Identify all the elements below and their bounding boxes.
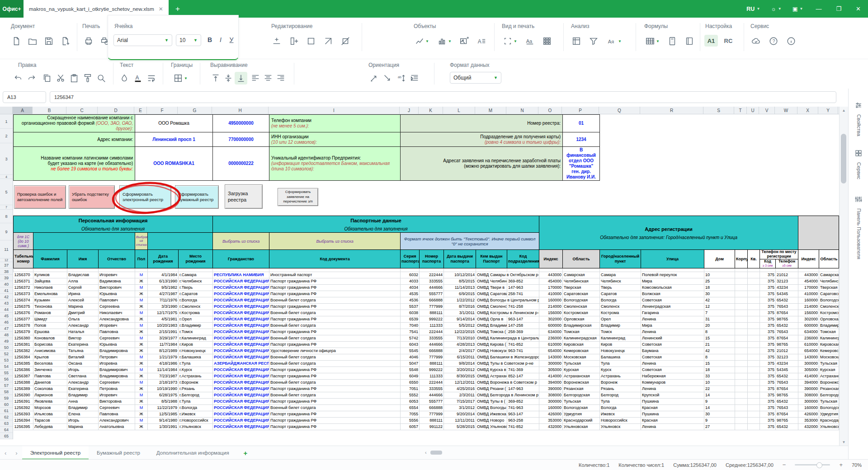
cell[interactable]: 375	[760, 284, 776, 291]
cell[interactable]: 1256382	[14, 348, 33, 354]
cell[interactable]: 9/14/2014	[444, 316, 476, 322]
row-header-11[interactable]: 11	[0, 240, 13, 258]
cell[interactable]: 1256393	[14, 411, 33, 417]
cell[interactable]: РОССИЙСКАЯ ФЕДЕРАЦИЯ	[213, 291, 269, 297]
cell[interactable]: 4/27/1987	[148, 291, 179, 297]
cell[interactable]: 7/23/1987	[148, 373, 179, 379]
cell[interactable]: Краснодарский	[819, 417, 839, 423]
cell[interactable]: 170000	[539, 284, 563, 291]
empty-cell[interactable]	[563, 268, 600, 272]
cell[interactable]: РЕСПУБЛИКА НАМИБИЯ	[213, 272, 269, 278]
cell[interactable]: г.Вологда	[179, 404, 213, 411]
cell[interactable]: РОССИЙСКАЯ ФЕДЕРАЦИЯ	[213, 385, 269, 392]
cell[interactable]: Владимирович	[99, 367, 135, 373]
macro-button[interactable]: Убрать подстветку ошибок	[69, 185, 115, 209]
redo-icon[interactable]	[25, 72, 38, 85]
cell[interactable]: Виктор	[67, 335, 99, 341]
cell[interactable]: 394000	[539, 379, 563, 385]
column-title-phone-code[interactable]: Код≥ 3 сим	[760, 259, 776, 268]
cell[interactable]: 390000	[798, 385, 819, 392]
fill-color-icon[interactable]	[118, 72, 131, 85]
column-title[interactable]: Отчество	[99, 250, 135, 268]
cell[interactable]: Паспорт гражданина РФ	[269, 367, 401, 373]
cell[interactable]: Мира	[641, 322, 704, 329]
cell[interactable]: Светлана	[67, 373, 99, 379]
cell[interactable]: г.Владимир	[179, 322, 213, 329]
cell[interactable]: Паспорт гражданина РФ	[269, 278, 401, 284]
cell[interactable]: 32123	[776, 278, 798, 284]
delete-cells-icon[interactable]	[322, 35, 335, 47]
cell[interactable]: Самарская	[563, 272, 600, 278]
cell[interactable]: АЗЕРБАЙДЖАНСКАЯ РЕСПУБЛИКА	[213, 360, 269, 367]
name-manager-icon[interactable]	[683, 35, 696, 47]
cell[interactable]: РОССИЙСКАЯ ФЕДЕРАЦИЯ	[213, 335, 269, 341]
column-header-D[interactable]: D	[98, 107, 134, 114]
form-value-cell[interactable]: ООО ROMASHKA1	[135, 147, 213, 181]
cell[interactable]	[735, 398, 748, 404]
cell[interactable]: Новокузнецк	[600, 348, 641, 354]
cell[interactable]: 375	[760, 379, 776, 385]
cell[interactable]: Вологодская	[819, 404, 839, 411]
print-icon[interactable]	[82, 35, 95, 47]
cell[interactable]	[748, 341, 760, 348]
cell[interactable]: Веселова	[33, 360, 67, 367]
minimize-button[interactable]: —	[808, 0, 829, 18]
cell[interactable]: Паспорт гражданина РФ	[269, 417, 401, 423]
column-title[interactable]: Дата рождения	[148, 250, 179, 268]
zoom-slider-thumb[interactable]	[816, 462, 822, 468]
cell[interactable]: 375	[760, 272, 776, 278]
cell[interactable]: Данилов	[33, 379, 67, 385]
cell[interactable]: 353000	[539, 417, 563, 423]
cell[interactable]: г.Балашиха	[179, 354, 213, 360]
cell[interactable]: Паспорт гражданина РФ	[269, 316, 401, 322]
cell[interactable]: Краснодарский	[563, 417, 600, 423]
cell[interactable]: 11/14/2013	[444, 284, 476, 291]
cell[interactable]: Орловская	[563, 316, 600, 322]
cell[interactable]: 300000	[539, 360, 563, 367]
cell[interactable]: Владимир	[600, 322, 641, 329]
cell[interactable]	[735, 316, 748, 322]
cell[interactable]: 5556	[401, 417, 420, 423]
app-logo[interactable]: Офис+	[0, 0, 24, 18]
rotate-text-up-icon[interactable]	[368, 72, 380, 85]
cell[interactable]: РОССИЙСКАЯ ФЕДЕРАЦИЯ	[213, 398, 269, 404]
cell[interactable]: Марина	[67, 423, 99, 430]
cell[interactable]: 1256376	[14, 310, 33, 316]
cell[interactable]: г.Орел	[179, 316, 213, 322]
cell[interactable]: г.Тверь	[179, 284, 213, 291]
cell[interactable]: Самарская	[819, 272, 839, 278]
cell[interactable]: Воронеж	[600, 379, 641, 385]
scroll-up-icon[interactable]: ▲	[840, 107, 848, 114]
cell[interactable]: Александр	[67, 379, 99, 385]
cell[interactable]: Ж	[135, 291, 148, 297]
underline-button[interactable]: У	[226, 36, 236, 43]
row-header-52[interactable]: 52	[0, 351, 13, 357]
cell[interactable]: ОМВД Твери в	[476, 284, 507, 291]
cell[interactable]: г.Самара	[179, 272, 213, 278]
macro-button[interactable]: Сформировать электронный реестр	[119, 185, 171, 209]
cell[interactable]: Ж	[135, 278, 148, 284]
cell[interactable]: ОМВД Томска (	[476, 329, 507, 335]
cell[interactable]: 4/1/1984	[148, 272, 179, 278]
tab-close-icon[interactable]: ✕	[159, 6, 163, 12]
cell[interactable]: Вологодская	[563, 404, 600, 411]
row-header-4[interactable]: 4	[0, 175, 13, 179]
cell[interactable]: 14	[704, 404, 735, 411]
cell[interactable]: Павлович	[99, 297, 135, 303]
cell[interactable]: Ижевск	[600, 411, 641, 417]
cell[interactable]: 375	[760, 404, 776, 411]
cell[interactable]: Челябинская	[819, 278, 839, 284]
cell[interactable]: 87654	[776, 310, 798, 316]
cell[interactable]: 300000	[798, 398, 819, 404]
cell[interactable]	[748, 367, 760, 373]
cut-icon[interactable]	[54, 72, 67, 85]
cell[interactable]: 353000	[798, 417, 819, 423]
cell[interactable]: ОМВД Астрахани	[476, 373, 507, 379]
cell[interactable]: 777999	[420, 303, 444, 310]
cell[interactable]: Удостоверение личности офицера	[269, 348, 401, 354]
cell[interactable]: 160000	[798, 404, 819, 411]
format-painter-icon[interactable]	[81, 72, 94, 85]
cell[interactable]: Ж	[135, 303, 148, 310]
cell[interactable]: 33	[704, 373, 735, 379]
cell[interactable]	[748, 398, 760, 404]
